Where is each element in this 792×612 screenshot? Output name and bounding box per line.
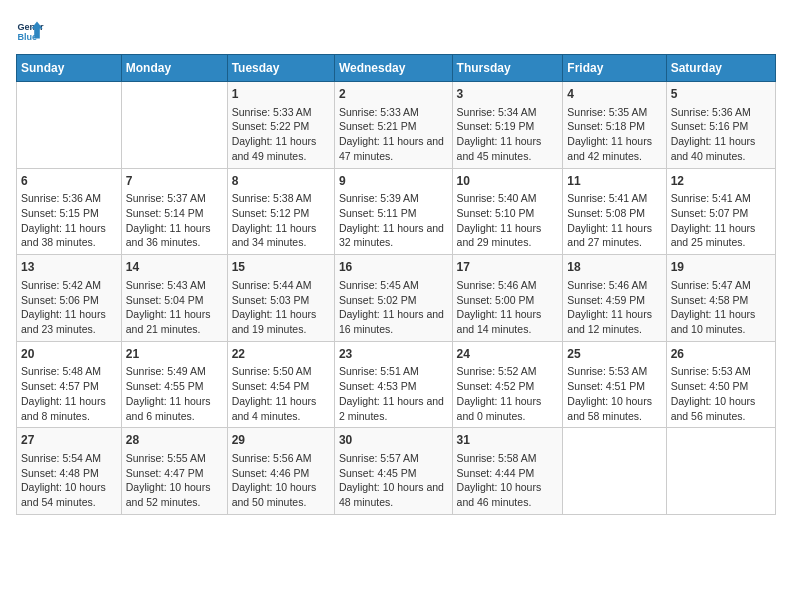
weekday-header-saturday: Saturday	[666, 55, 775, 82]
calendar-cell: 6Sunrise: 5:36 AM Sunset: 5:15 PM Daylig…	[17, 168, 122, 255]
weekday-header-friday: Friday	[563, 55, 666, 82]
calendar-cell: 13Sunrise: 5:42 AM Sunset: 5:06 PM Dayli…	[17, 255, 122, 342]
day-number: 22	[232, 346, 330, 363]
calendar-cell: 15Sunrise: 5:44 AM Sunset: 5:03 PM Dayli…	[227, 255, 334, 342]
day-number: 15	[232, 259, 330, 276]
calendar-cell: 19Sunrise: 5:47 AM Sunset: 4:58 PM Dayli…	[666, 255, 775, 342]
cell-content: Sunrise: 5:46 AM Sunset: 5:00 PM Dayligh…	[457, 278, 559, 337]
calendar-cell: 18Sunrise: 5:46 AM Sunset: 4:59 PM Dayli…	[563, 255, 666, 342]
cell-content: Sunrise: 5:35 AM Sunset: 5:18 PM Dayligh…	[567, 105, 661, 164]
calendar-cell: 30Sunrise: 5:57 AM Sunset: 4:45 PM Dayli…	[334, 428, 452, 515]
calendar-cell: 26Sunrise: 5:53 AM Sunset: 4:50 PM Dayli…	[666, 341, 775, 428]
day-number: 26	[671, 346, 771, 363]
day-number: 23	[339, 346, 448, 363]
cell-content: Sunrise: 5:53 AM Sunset: 4:51 PM Dayligh…	[567, 364, 661, 423]
calendar-cell: 29Sunrise: 5:56 AM Sunset: 4:46 PM Dayli…	[227, 428, 334, 515]
weekday-header-tuesday: Tuesday	[227, 55, 334, 82]
cell-content: Sunrise: 5:48 AM Sunset: 4:57 PM Dayligh…	[21, 364, 117, 423]
calendar-cell: 17Sunrise: 5:46 AM Sunset: 5:00 PM Dayli…	[452, 255, 563, 342]
day-number: 24	[457, 346, 559, 363]
day-number: 19	[671, 259, 771, 276]
day-number: 30	[339, 432, 448, 449]
day-number: 14	[126, 259, 223, 276]
day-number: 4	[567, 86, 661, 103]
calendar-cell: 21Sunrise: 5:49 AM Sunset: 4:55 PM Dayli…	[121, 341, 227, 428]
logo-icon: General Blue	[16, 16, 44, 44]
cell-content: Sunrise: 5:50 AM Sunset: 4:54 PM Dayligh…	[232, 364, 330, 423]
cell-content: Sunrise: 5:36 AM Sunset: 5:16 PM Dayligh…	[671, 105, 771, 164]
calendar-cell: 23Sunrise: 5:51 AM Sunset: 4:53 PM Dayli…	[334, 341, 452, 428]
calendar-cell	[121, 82, 227, 169]
day-number: 21	[126, 346, 223, 363]
week-row-4: 20Sunrise: 5:48 AM Sunset: 4:57 PM Dayli…	[17, 341, 776, 428]
cell-content: Sunrise: 5:34 AM Sunset: 5:19 PM Dayligh…	[457, 105, 559, 164]
calendar-cell: 22Sunrise: 5:50 AM Sunset: 4:54 PM Dayli…	[227, 341, 334, 428]
page-header: General Blue	[16, 16, 776, 44]
day-number: 20	[21, 346, 117, 363]
calendar-cell: 8Sunrise: 5:38 AM Sunset: 5:12 PM Daylig…	[227, 168, 334, 255]
cell-content: Sunrise: 5:47 AM Sunset: 4:58 PM Dayligh…	[671, 278, 771, 337]
calendar-cell: 12Sunrise: 5:41 AM Sunset: 5:07 PM Dayli…	[666, 168, 775, 255]
day-number: 11	[567, 173, 661, 190]
calendar-cell: 24Sunrise: 5:52 AM Sunset: 4:52 PM Dayli…	[452, 341, 563, 428]
calendar-cell: 9Sunrise: 5:39 AM Sunset: 5:11 PM Daylig…	[334, 168, 452, 255]
week-row-1: 1Sunrise: 5:33 AM Sunset: 5:22 PM Daylig…	[17, 82, 776, 169]
day-number: 27	[21, 432, 117, 449]
week-row-5: 27Sunrise: 5:54 AM Sunset: 4:48 PM Dayli…	[17, 428, 776, 515]
cell-content: Sunrise: 5:37 AM Sunset: 5:14 PM Dayligh…	[126, 191, 223, 250]
weekday-header-wednesday: Wednesday	[334, 55, 452, 82]
calendar-cell: 28Sunrise: 5:55 AM Sunset: 4:47 PM Dayli…	[121, 428, 227, 515]
cell-content: Sunrise: 5:56 AM Sunset: 4:46 PM Dayligh…	[232, 451, 330, 510]
cell-content: Sunrise: 5:52 AM Sunset: 4:52 PM Dayligh…	[457, 364, 559, 423]
calendar-cell: 27Sunrise: 5:54 AM Sunset: 4:48 PM Dayli…	[17, 428, 122, 515]
cell-content: Sunrise: 5:58 AM Sunset: 4:44 PM Dayligh…	[457, 451, 559, 510]
week-row-3: 13Sunrise: 5:42 AM Sunset: 5:06 PM Dayli…	[17, 255, 776, 342]
day-number: 17	[457, 259, 559, 276]
day-number: 3	[457, 86, 559, 103]
cell-content: Sunrise: 5:43 AM Sunset: 5:04 PM Dayligh…	[126, 278, 223, 337]
weekday-header-sunday: Sunday	[17, 55, 122, 82]
svg-text:Blue: Blue	[17, 32, 37, 42]
cell-content: Sunrise: 5:39 AM Sunset: 5:11 PM Dayligh…	[339, 191, 448, 250]
cell-content: Sunrise: 5:41 AM Sunset: 5:07 PM Dayligh…	[671, 191, 771, 250]
day-number: 8	[232, 173, 330, 190]
cell-content: Sunrise: 5:41 AM Sunset: 5:08 PM Dayligh…	[567, 191, 661, 250]
day-number: 6	[21, 173, 117, 190]
day-number: 16	[339, 259, 448, 276]
day-number: 25	[567, 346, 661, 363]
weekday-header-monday: Monday	[121, 55, 227, 82]
cell-content: Sunrise: 5:36 AM Sunset: 5:15 PM Dayligh…	[21, 191, 117, 250]
calendar-cell: 20Sunrise: 5:48 AM Sunset: 4:57 PM Dayli…	[17, 341, 122, 428]
weekday-header-row: SundayMondayTuesdayWednesdayThursdayFrid…	[17, 55, 776, 82]
cell-content: Sunrise: 5:38 AM Sunset: 5:12 PM Dayligh…	[232, 191, 330, 250]
cell-content: Sunrise: 5:40 AM Sunset: 5:10 PM Dayligh…	[457, 191, 559, 250]
cell-content: Sunrise: 5:54 AM Sunset: 4:48 PM Dayligh…	[21, 451, 117, 510]
calendar-cell: 5Sunrise: 5:36 AM Sunset: 5:16 PM Daylig…	[666, 82, 775, 169]
calendar-cell: 14Sunrise: 5:43 AM Sunset: 5:04 PM Dayli…	[121, 255, 227, 342]
calendar-cell	[666, 428, 775, 515]
day-number: 7	[126, 173, 223, 190]
day-number: 5	[671, 86, 771, 103]
day-number: 1	[232, 86, 330, 103]
calendar-cell: 25Sunrise: 5:53 AM Sunset: 4:51 PM Dayli…	[563, 341, 666, 428]
calendar-cell: 11Sunrise: 5:41 AM Sunset: 5:08 PM Dayli…	[563, 168, 666, 255]
day-number: 2	[339, 86, 448, 103]
cell-content: Sunrise: 5:55 AM Sunset: 4:47 PM Dayligh…	[126, 451, 223, 510]
calendar-cell: 4Sunrise: 5:35 AM Sunset: 5:18 PM Daylig…	[563, 82, 666, 169]
weekday-header-thursday: Thursday	[452, 55, 563, 82]
calendar-table: SundayMondayTuesdayWednesdayThursdayFrid…	[16, 54, 776, 515]
calendar-cell: 16Sunrise: 5:45 AM Sunset: 5:02 PM Dayli…	[334, 255, 452, 342]
calendar-cell: 3Sunrise: 5:34 AM Sunset: 5:19 PM Daylig…	[452, 82, 563, 169]
day-number: 13	[21, 259, 117, 276]
calendar-cell: 1Sunrise: 5:33 AM Sunset: 5:22 PM Daylig…	[227, 82, 334, 169]
week-row-2: 6Sunrise: 5:36 AM Sunset: 5:15 PM Daylig…	[17, 168, 776, 255]
cell-content: Sunrise: 5:42 AM Sunset: 5:06 PM Dayligh…	[21, 278, 117, 337]
day-number: 31	[457, 432, 559, 449]
day-number: 28	[126, 432, 223, 449]
calendar-cell: 10Sunrise: 5:40 AM Sunset: 5:10 PM Dayli…	[452, 168, 563, 255]
cell-content: Sunrise: 5:44 AM Sunset: 5:03 PM Dayligh…	[232, 278, 330, 337]
day-number: 29	[232, 432, 330, 449]
cell-content: Sunrise: 5:45 AM Sunset: 5:02 PM Dayligh…	[339, 278, 448, 337]
cell-content: Sunrise: 5:51 AM Sunset: 4:53 PM Dayligh…	[339, 364, 448, 423]
calendar-cell: 7Sunrise: 5:37 AM Sunset: 5:14 PM Daylig…	[121, 168, 227, 255]
